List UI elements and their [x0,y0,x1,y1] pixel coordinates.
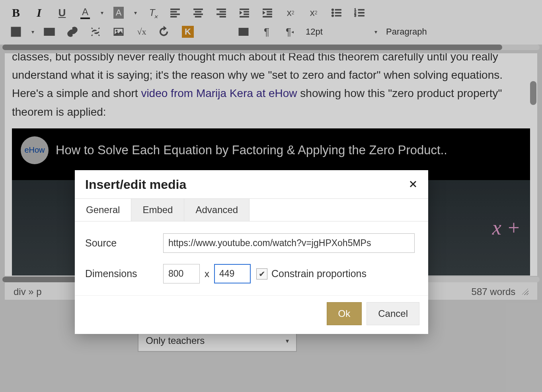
close-button[interactable] [408,177,418,192]
align-center-button[interactable] [187,4,209,21]
fontsize-select[interactable]: 12pt ▾ [302,23,381,41]
modal-title: Insert/edit media [85,177,186,192]
chevron-down-icon: ▾ [286,337,289,345]
toolbar-row-1: B I U A ▾ A ▾ T✕ x2 x2 [5,3,537,22]
svg-point-0 [332,9,334,11]
dimension-separator: x [205,268,209,279]
toolbar-scrollbar[interactable] [2,45,540,50]
video-title: How to Solve Each Equation by Factoring … [56,140,447,160]
rtl-button[interactable]: ¶◂ [279,23,301,41]
align-right-button[interactable] [210,4,232,21]
height-input[interactable] [214,264,251,283]
constrain-label: Constrain proportions [271,268,367,279]
unlink-button[interactable] [84,23,107,41]
clear-format-button[interactable]: T✕ [141,4,163,21]
ok-button[interactable]: Ok [327,302,362,325]
bold-button[interactable]: B [5,4,27,21]
tab-general[interactable]: General [75,199,131,221]
text-color-dropdown[interactable]: ▾ [97,4,107,21]
text-color-button[interactable]: A [74,4,96,21]
equation-button[interactable]: √x [131,23,153,41]
editor-toolbar: B I U A ▾ A ▾ T✕ x2 x2 [0,0,542,45]
video-header: eHow How to Solve Each Equation by Facto… [12,128,530,172]
table-button[interactable] [5,23,27,41]
body-text: classes, but possibly never really thoug… [12,53,424,63]
play-button[interactable] [232,23,255,41]
modal-body: Source Dimensions x ✔ Constrain proporti… [75,221,428,295]
svg-text:3: 3 [354,14,356,17]
editor-vertical-scrollbar[interactable] [529,53,536,276]
tab-advanced[interactable]: Advanced [184,199,250,221]
indent-button[interactable] [256,4,279,21]
check-icon: ✔ [259,269,265,279]
align-left-button[interactable] [164,4,186,21]
modal-tabs: General Embed Advanced [75,198,428,221]
chevron-down-icon: ▾ [374,29,377,35]
italic-button[interactable]: I [28,4,50,21]
outdent-button[interactable] [233,4,255,21]
width-input[interactable] [163,264,200,283]
modal-footer: Ok Cancel [75,295,428,334]
resize-grip-icon[interactable] [522,289,528,295]
superscript-button[interactable]: x2 [279,4,302,21]
table-dropdown[interactable]: ▾ [28,23,37,41]
kaltura-button[interactable]: K [177,23,199,41]
numbered-list-button[interactable]: 123 [349,4,371,21]
video-math-fragment: x + [492,211,521,245]
fontsize-value: 12pt [306,27,323,37]
tab-embed[interactable]: Embed [131,199,184,221]
link-button[interactable] [61,23,84,41]
word-count: 587 words [472,286,516,297]
toolbar-row-2: ▾ √x K ¶ ¶◂ 12pt ▾ Paragraph [5,22,537,41]
underline-button[interactable]: U [51,4,73,21]
video-link[interactable]: video from Marija Kera at eHow [141,87,297,99]
svg-rect-6 [12,27,21,37]
svg-point-9 [116,30,117,32]
bullet-list-button[interactable] [326,4,348,21]
paragraph-select[interactable]: Paragraph [382,23,462,41]
role-select-value: Only teachers [146,335,205,346]
element-path[interactable]: div » p [14,286,42,297]
svg-point-1 [332,12,334,14]
redirect-button[interactable] [154,23,176,41]
insert-media-modal: Insert/edit media General Embed Advanced… [75,170,428,334]
modal-header: Insert/edit media [75,170,428,198]
ltr-button[interactable]: ¶ [255,23,278,41]
constrain-checkbox[interactable]: ✔ [256,268,267,279]
paragraph-value: Paragraph [386,27,427,37]
source-label: Source [85,237,163,249]
highlight-button[interactable]: A [107,4,130,21]
ehow-logo: eHow [21,136,49,164]
cancel-button[interactable]: Cancel [367,302,419,325]
source-input[interactable] [163,233,415,253]
dimensions-label: Dimensions [85,268,163,279]
image-button[interactable] [107,23,130,41]
svg-point-2 [332,15,334,17]
media-button[interactable] [38,23,60,41]
subscript-button[interactable]: x2 [302,4,325,21]
highlight-dropdown[interactable]: ▾ [131,4,140,21]
